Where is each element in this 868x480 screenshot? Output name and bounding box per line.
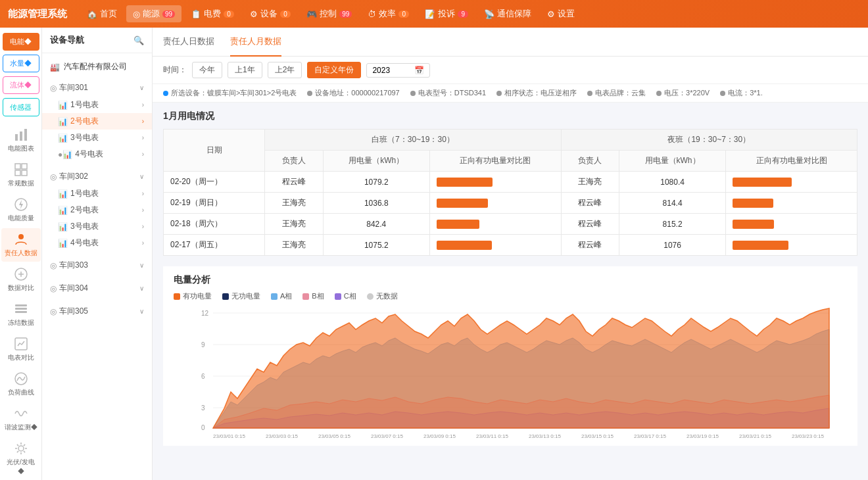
info-dot-device xyxy=(163,91,168,96)
sidebar-item-energy-chart[interactable]: 电能图表 xyxy=(1,124,41,157)
nav-efficiency[interactable]: ⏱ 效率 0 xyxy=(361,5,416,22)
workshop-303-icon: ◎ xyxy=(50,261,57,270)
arrow-right-icon-2: › xyxy=(142,118,144,125)
tab-monthly[interactable]: 责任人月数据 xyxy=(230,28,281,57)
nav-electricity[interactable]: 📋 电费 0 xyxy=(184,5,241,22)
filter-btn-last1[interactable]: 上1年 xyxy=(228,62,262,78)
efficiency-icon: ⏱ xyxy=(368,9,376,19)
table-row: 02-17（周五） 王海亮 1075.2 程云峰 1076 xyxy=(164,235,857,256)
filter-btn-custom[interactable]: 自定义年份 xyxy=(307,62,361,78)
sidebar-item-responsible[interactable]: 责任人数据 xyxy=(1,228,41,262)
meter-302-icon-4: 📊 xyxy=(58,239,68,248)
sidebar-item-quality[interactable]: 电能质量 xyxy=(1,193,41,227)
svg-point-15 xyxy=(18,446,24,451)
calendar-icon[interactable]: 📅 xyxy=(414,66,424,75)
sidebar-item-photovoltaic[interactable]: 光伏/发电◆ xyxy=(1,437,41,480)
sidebar-item-harmonic[interactable]: 谐波监测◆ xyxy=(1,402,41,436)
meter-301-2[interactable]: 📊 2号电表 › xyxy=(42,113,152,130)
content-area: 责任人日数据 责任人月数据 时间： 今年 上1年 上2年 自定义年份 📅 所选设… xyxy=(153,28,868,480)
arrow-right-302-4: › xyxy=(142,239,144,247)
x-label-12: 23/03/23 0:15 xyxy=(792,433,824,438)
nav-devices[interactable]: ⚙ 设备 0 xyxy=(243,5,297,22)
active-energy-area xyxy=(213,308,829,428)
chevron-304: ∨ xyxy=(139,285,144,292)
nav-settings[interactable]: ⚙ 设置 xyxy=(541,5,581,22)
nav-home[interactable]: 🏠 首页 xyxy=(80,5,124,22)
workshop-305-header[interactable]: ◎ 车间305 ∨ xyxy=(42,302,152,320)
night-bar xyxy=(733,241,788,250)
workshop-icon: ◎ xyxy=(50,84,57,93)
col-night-person: 负责人 xyxy=(561,151,619,172)
app-title: 能源管理系统 xyxy=(8,8,67,20)
sidebar-item-frozen[interactable]: 冻结数据 xyxy=(1,298,41,331)
x-label-5: 23/03/09 0:15 xyxy=(423,433,456,438)
info-address: 设备地址：000000217097 xyxy=(307,88,399,98)
settings-icon: ⚙ xyxy=(547,9,555,19)
col-night-kwh: 用电量（kWh） xyxy=(619,151,725,172)
nav-items: 🏠 首页 ◎ 能源 99 📋 电费 0 ⚙ 设备 0 🎮 控制 99 ⏱ 效率 … xyxy=(80,5,860,22)
workshop-303-group: ◎ 车间303 ∨ xyxy=(42,254,152,277)
company-item[interactable]: 🏭 汽车配件有限公司 xyxy=(42,57,152,76)
filter-btn-last2[interactable]: 上2年 xyxy=(268,62,302,78)
cell-day-kwh: 842.4 xyxy=(323,214,429,235)
cell-night-person: 程云峰 xyxy=(561,235,619,256)
workshop-301-header[interactable]: ◎ 车间301 ∨ xyxy=(42,79,152,97)
x-label-1: 23/03/01 0:15 xyxy=(213,433,245,438)
workshop-303-header[interactable]: ◎ 车间303 ∨ xyxy=(42,256,152,274)
year-input[interactable] xyxy=(372,66,412,75)
meter-301-1[interactable]: 📊 1号电表 › xyxy=(42,97,152,113)
svg-rect-11 xyxy=(15,308,27,310)
meter-302-1[interactable]: 📊 1号电表 › xyxy=(42,185,152,202)
control-icon: 🎮 xyxy=(306,9,317,19)
fluid-btn[interactable]: 流体◆ xyxy=(3,76,39,94)
workshop-302-header[interactable]: ◎ 车间302 ∨ xyxy=(42,168,152,185)
search-icon[interactable]: 🔍 xyxy=(133,36,144,45)
sidebar-item-data-compare[interactable]: 数据对比 xyxy=(1,263,41,297)
cell-day-kwh: 1075.2 xyxy=(323,235,429,256)
electric-energy-btn[interactable]: 电能◆ xyxy=(3,33,39,51)
sidebar-item-regular-data[interactable]: 常规数据 xyxy=(1,158,41,192)
arrow-right-302-3: › xyxy=(142,223,144,230)
meter-302-2[interactable]: 📊 2号电表 › xyxy=(42,202,152,218)
x-label-3: 23/03/05 0:15 xyxy=(318,433,350,438)
x-label-2: 23/03/03 0:15 xyxy=(266,433,298,438)
tree-sidebar: 设备导航 🔍 🏭 汽车配件有限公司 ◎ 车间301 ∨ 📊 1号电表 › xyxy=(42,28,153,480)
workshop-305-icon: ◎ xyxy=(50,307,57,316)
main-content: 1月用电情况 日期 白班（7：30~19：30） 夜班（19：30~7：30） … xyxy=(153,103,868,480)
arrow-right-302-1: › xyxy=(142,190,144,197)
workshop-301-group: ◎ 车间301 ∨ 📊 1号电表 › 📊 2号电表 › 📊 3号电表 xyxy=(42,76,152,165)
svg-rect-1 xyxy=(20,132,22,141)
nav-energy[interactable]: ◎ 能源 99 xyxy=(126,5,181,22)
legend-dot-active xyxy=(174,293,180,300)
table-row: 02-20（周一） 程云峰 1079.2 王海亮 1080.4 xyxy=(164,172,857,193)
sensor-btn[interactable]: 传感器 xyxy=(3,98,39,116)
meter-301-3[interactable]: 📊 3号电表 › xyxy=(42,130,152,146)
info-dot-current xyxy=(720,91,725,96)
cell-day-person: 王海亮 xyxy=(265,214,323,235)
tree-content: 🏭 汽车配件有限公司 ◎ 车间301 ∨ 📊 1号电表 › 📊 2号电表 xyxy=(42,53,152,480)
svg-rect-10 xyxy=(15,304,27,306)
meter-301-4[interactable]: ●📊 4号电表 › xyxy=(42,146,152,162)
bar-chart-icon xyxy=(14,128,28,142)
chart-legend: 有功电量 无功电量 A相 B相 xyxy=(174,291,847,301)
water-btn[interactable]: 水量◆ xyxy=(3,55,39,72)
y-label-3: 3 xyxy=(201,404,205,412)
chart-title: 电量分析 xyxy=(174,274,847,286)
meter-302-4[interactable]: 📊 4号电表 › xyxy=(42,235,152,251)
sidebar-item-meter-compare[interactable]: 电表对比 xyxy=(1,333,41,366)
svg-point-8 xyxy=(18,234,24,239)
nav-complaints[interactable]: 📝 投诉 9 xyxy=(418,5,475,22)
filter-btn-this-year[interactable]: 今年 xyxy=(192,62,222,78)
meter-302-3[interactable]: 📊 3号电表 › xyxy=(42,218,152,235)
cell-night-kwh: 814.4 xyxy=(619,193,725,214)
svg-rect-0 xyxy=(15,134,18,141)
col-night-shift: 夜班（19：30~7：30） xyxy=(561,130,857,151)
chevron-303: ∨ xyxy=(139,262,144,269)
nav-control[interactable]: 🎮 控制 99 xyxy=(300,5,358,22)
col-day-kwh: 用电量（kWh） xyxy=(323,151,429,172)
sidebar-item-load-curve[interactable]: 负荷曲线 xyxy=(1,368,41,401)
nav-telecom[interactable]: 📡 通信保障 xyxy=(477,5,538,22)
tab-daily[interactable]: 责任人日数据 xyxy=(163,28,214,57)
x-label-11: 23/03/21 0:15 xyxy=(739,433,771,438)
workshop-304-header[interactable]: ◎ 车间304 ∨ xyxy=(42,279,152,297)
